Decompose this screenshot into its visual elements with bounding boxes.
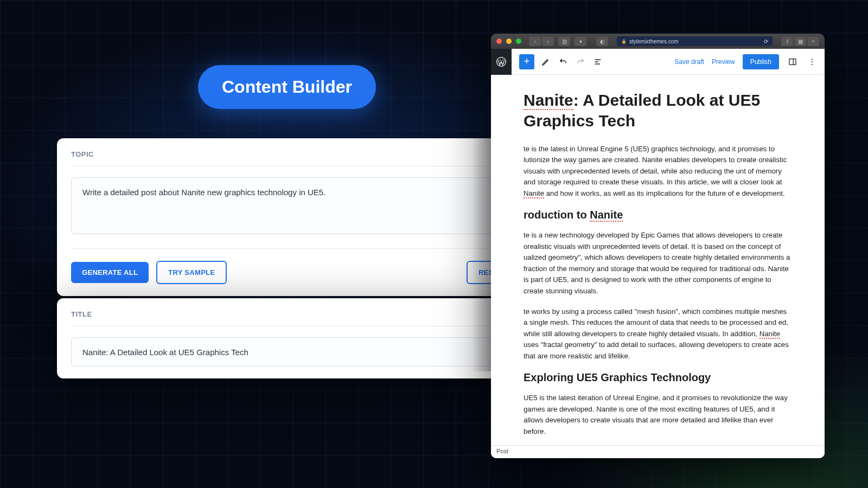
forward-icon[interactable]: › <box>542 37 554 46</box>
dropdown-icon[interactable]: ▾ <box>575 37 586 46</box>
generate-all-button[interactable]: GENERATE ALL <box>71 262 149 283</box>
preview-button[interactable]: Preview <box>712 58 735 66</box>
new-tab-icon[interactable]: ＋ <box>807 37 819 46</box>
post-paragraph[interactable]: te is the latest in Unreal Engine 5 (UE5… <box>524 144 792 199</box>
traffic-light-min-icon[interactable] <box>506 38 512 44</box>
post-paragraph[interactable]: UE5 is the latest iteration of Unreal En… <box>524 393 792 437</box>
topic-buttons: GENERATE ALL TRY SAMPLE RESET <box>71 248 515 284</box>
nav-buttons: ‹ › <box>529 37 554 46</box>
url-bar[interactable]: 🔒 stylemixthemes.com ⟳ <box>617 36 773 46</box>
wordpress-logo-icon[interactable] <box>491 49 512 75</box>
details-icon[interactable] <box>592 56 604 68</box>
reload-icon[interactable]: ⟳ <box>764 38 768 44</box>
post-paragraph[interactable]: te works by using a process called "mesh… <box>524 306 792 362</box>
svg-point-3 <box>812 59 813 60</box>
post-heading[interactable]: roduction to Nanite <box>524 209 792 221</box>
svg-point-4 <box>812 61 813 62</box>
wp-footer: Post <box>491 445 825 458</box>
publish-button[interactable]: Publish <box>743 54 779 69</box>
title-input[interactable]: Nanite: A Detailed Look at UE5 Graphics … <box>71 337 515 367</box>
content-builder-badge: Content Builder <box>198 65 376 109</box>
svg-rect-1 <box>789 59 796 65</box>
add-block-button[interactable]: + <box>519 54 534 69</box>
more-icon[interactable] <box>806 56 818 68</box>
lock-icon: 🔒 <box>621 39 627 44</box>
traffic-light-close-icon[interactable] <box>496 38 502 44</box>
url-text: stylemixthemes.com <box>629 38 679 44</box>
edit-icon[interactable] <box>540 56 552 68</box>
wp-content[interactable]: Nanite: A Detailed Look at UE5 Graphics … <box>491 75 825 445</box>
nanite-word: Nanite <box>524 91 573 110</box>
topic-input[interactable]: Write a detailed post about Nanite new g… <box>71 177 515 234</box>
svg-point-5 <box>812 63 813 65</box>
title-panel: TITLE Nanite: A Detailed Look at UE5 Gra… <box>57 298 529 378</box>
shield-icon[interactable]: ◐ <box>596 37 608 46</box>
sidebar-icon[interactable]: ▥ <box>558 37 570 46</box>
undo-icon[interactable] <box>557 56 569 68</box>
settings-panel-icon[interactable] <box>787 56 799 68</box>
save-draft-button[interactable]: Save draft <box>674 58 704 66</box>
wordpress-editor: + Save draft Preview Publish Nanite: A D… <box>491 49 825 458</box>
topic-panel: TOPIC Write a detailed post about Nanite… <box>57 138 529 296</box>
back-icon[interactable]: ‹ <box>529 37 541 46</box>
title-label: TITLE <box>71 310 515 326</box>
redo-icon[interactable] <box>575 56 586 68</box>
tabs-icon[interactable]: ▦ <box>794 37 806 46</box>
post-paragraph[interactable]: te is a new technology developed by Epic… <box>524 230 792 297</box>
post-title[interactable]: Nanite: A Detailed Look at UE5 Graphics … <box>524 90 792 131</box>
post-heading[interactable]: Exploring UE5 Graphics Technology <box>524 371 792 384</box>
browser-chrome: ‹ › ▥ ▾ ◐ 🔒 stylemixthemes.com ⟳ ⇪ ▦ ＋ <box>491 34 825 49</box>
try-sample-button[interactable]: TRY SAMPLE <box>156 261 227 284</box>
share-icon[interactable]: ⇪ <box>781 37 793 46</box>
wp-toolbar: + Save draft Preview Publish <box>491 49 825 75</box>
browser-window: ‹ › ▥ ▾ ◐ 🔒 stylemixthemes.com ⟳ ⇪ ▦ ＋ <box>491 34 825 458</box>
topic-label: TOPIC <box>71 150 515 166</box>
traffic-light-max-icon[interactable] <box>516 38 521 44</box>
